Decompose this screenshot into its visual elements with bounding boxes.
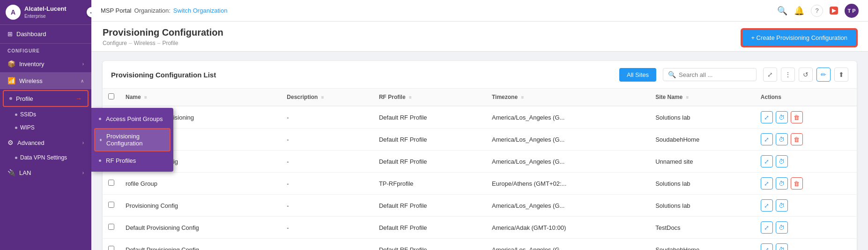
expand-icon[interactable]: ⤢	[763, 68, 777, 82]
flyout-apg-label: Access Point Groups	[106, 115, 163, 122]
sidebar-item-wips[interactable]: WIPS	[0, 121, 91, 134]
sidebar-item-ssids[interactable]: SSIDs	[0, 108, 91, 121]
row-rf-4: Default RF Profile	[373, 195, 486, 217]
table-row: rovisioning - Default RF Profile America…	[103, 129, 857, 151]
list-title: Provisioning Configuration List	[111, 71, 613, 79]
expand-btn-1[interactable]: ⤢	[761, 133, 773, 145]
row-site-6: SoudabehHome	[650, 239, 755, 250]
create-provisioning-btn[interactable]: + Create Provisioning Configuration	[742, 29, 857, 46]
row-actions-5: ⤢ ⏱	[755, 217, 857, 239]
delete-btn-0[interactable]: 🗑	[791, 111, 803, 123]
ssids-dot	[15, 114, 17, 116]
col-name: Name ≡	[120, 89, 281, 106]
inventory-icon: 📦	[7, 60, 15, 68]
edit-btn-0[interactable]: ⏱	[776, 111, 788, 123]
row-name-6: Default Provisioning Config	[120, 239, 281, 250]
tz-filter-icon[interactable]: ≡	[521, 95, 524, 100]
rf-dot	[99, 159, 101, 162]
desc-filter-icon[interactable]: ≡	[321, 95, 324, 100]
upload-icon[interactable]: ⬆	[834, 68, 848, 82]
expand-btn-0[interactable]: ⤢	[761, 111, 773, 123]
flyout-item-access-point-groups[interactable]: Access Point Groups	[91, 111, 173, 127]
table-row: Provisioning Config - Default RF Profile…	[103, 195, 857, 217]
row-desc-1: -	[281, 129, 373, 151]
row-tz-6: America/Los_Angeles (G...	[486, 239, 650, 250]
search-topbar-icon[interactable]: 🔍	[777, 6, 787, 16]
edit-btn-1[interactable]: ⏱	[776, 133, 788, 145]
name-filter-icon[interactable]: ≡	[144, 95, 147, 100]
breadcrumb-sep2: –	[157, 40, 161, 46]
row-checkbox-4[interactable]	[108, 202, 114, 208]
edit-btn-6[interactable]: ⏱	[776, 243, 788, 250]
table-row: Default Provisioning Config - Default RF…	[103, 217, 857, 239]
row-checkbox-6[interactable]	[108, 246, 114, 250]
switch-org-link[interactable]: Switch Organization	[173, 7, 228, 14]
row-tz-5: America/Adak (GMT-10:00)	[486, 217, 650, 239]
edit-icon[interactable]: ✏	[816, 68, 831, 82]
edit-btn-2[interactable]: ⏱	[776, 155, 788, 167]
all-sites-button[interactable]: All Sites	[619, 68, 656, 82]
delete-btn-1[interactable]: 🗑	[791, 133, 803, 145]
sidebar-dashboard-label: Dashboard	[16, 30, 46, 38]
site-filter-icon[interactable]: ≡	[686, 95, 689, 100]
edit-btn-5[interactable]: ⏱	[776, 221, 788, 234]
bell-icon[interactable]: 🔔	[794, 6, 804, 16]
expand-btn-5[interactable]: ⤢	[761, 221, 773, 234]
sidebar-profile-label: Profile	[16, 95, 72, 102]
flyout-item-rf-profiles[interactable]: RF Profiles	[91, 152, 173, 169]
sidebar-item-inventory[interactable]: 📦 Inventory ›	[0, 55, 91, 72]
flyout-item-provisioning-configuration[interactable]: Provisioning Configuration	[94, 128, 171, 152]
sidebar-item-profile[interactable]: Profile →	[3, 90, 89, 107]
row-actions-2: ⤢ ⏱	[755, 151, 857, 173]
table-head: Name ≡ Description ≡ RF Profile ≡ Timezo…	[103, 89, 857, 106]
row-checkbox-5[interactable]	[108, 224, 114, 230]
table-row: rofile Group - TP-RFprofile Europe/Athen…	[103, 173, 857, 195]
sidebar-wips-label: WIPS	[20, 124, 35, 131]
sidebar-item-advanced[interactable]: ⚙ Advanced ›	[0, 134, 91, 151]
rf-filter-icon[interactable]: ≡	[409, 95, 412, 100]
delete-btn-3[interactable]: 🗑	[791, 177, 803, 189]
expand-btn-3[interactable]: ⤢	[761, 177, 773, 189]
row-checkbox-cell	[103, 173, 120, 195]
lan-chevron-icon: ›	[82, 170, 84, 175]
edit-btn-4[interactable]: ⏱	[776, 199, 788, 212]
refresh-icon[interactable]: ↺	[799, 68, 813, 82]
columns-icon[interactable]: ⋮	[781, 68, 795, 82]
row-actions-6: ⤢ ⏱	[755, 239, 857, 250]
sidebar-item-dashboard[interactable]: ⊞ Dashboard	[0, 25, 91, 44]
row-tz-4: America/Los_Angeles (G...	[486, 195, 650, 217]
org-label: Organization:	[134, 7, 171, 14]
row-desc-0: -	[281, 106, 373, 129]
row-checkbox-3[interactable]	[108, 180, 114, 186]
user-avatar[interactable]: T P	[845, 4, 859, 18]
edit-btn-3[interactable]: ⏱	[776, 177, 788, 189]
search-input[interactable]	[679, 71, 744, 78]
list-header: Provisioning Configuration List All Site…	[103, 61, 857, 89]
sidebar-item-data-vpn[interactable]: Data VPN Settings	[0, 151, 91, 164]
row-actions-0: ⤢ ⏱ 🗑	[755, 106, 857, 129]
sidebar: A Alcatel-Lucent Enterprise ◀ ⊞ Dashboar…	[0, 0, 91, 250]
expand-btn-4[interactable]: ⤢	[761, 199, 773, 212]
row-site-2: Unnamed site	[650, 151, 755, 173]
row-site-0: Solutions lab	[650, 106, 755, 129]
apg-dot	[99, 118, 101, 120]
row-rf-5: Default RF Profile	[373, 217, 486, 239]
row-actions-3: ⤢ ⏱ 🗑	[755, 173, 857, 195]
sidebar-item-lan[interactable]: 🔌 LAN ›	[0, 164, 91, 181]
table-wrap: Name ≡ Description ≡ RF Profile ≡ Timezo…	[103, 89, 857, 250]
row-desc-5: -	[281, 217, 373, 239]
inventory-chevron-icon: ›	[82, 61, 84, 67]
msp-portal-link[interactable]: MSP Portal	[101, 7, 132, 14]
sidebar-inventory-label: Inventory	[19, 61, 79, 68]
select-all-checkbox[interactable]	[108, 93, 114, 99]
expand-btn-6[interactable]: ⤢	[761, 243, 773, 250]
row-tz-3: Europe/Athens (GMT+02:...	[486, 173, 650, 195]
topbar: MSP Portal Organization: Switch Organiza…	[91, 0, 868, 22]
data-vpn-dot	[15, 157, 17, 159]
youtube-icon[interactable]: ▶	[830, 7, 838, 15]
table-row: Provisioning Config - Default RF Profile…	[103, 151, 857, 173]
sidebar-item-wireless[interactable]: 📶 Wireless ∧	[0, 72, 91, 89]
expand-btn-2[interactable]: ⤢	[761, 155, 773, 167]
advanced-chevron-icon: ›	[82, 140, 84, 145]
help-icon[interactable]: ?	[811, 5, 823, 17]
